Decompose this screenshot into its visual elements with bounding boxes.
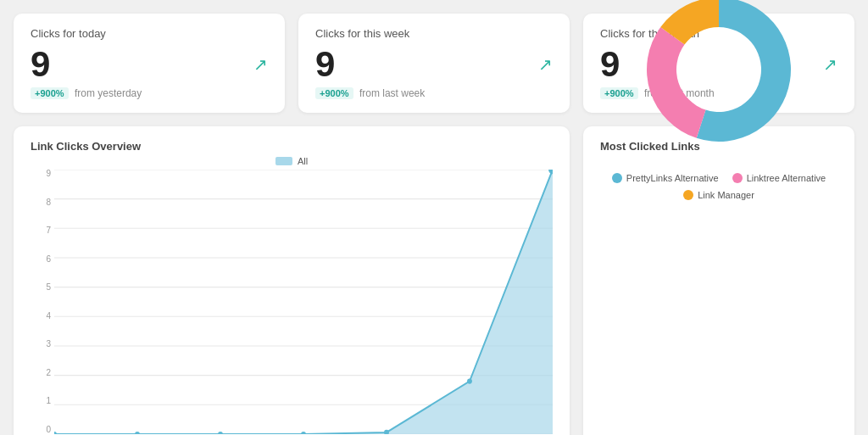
svg-point-12 — [135, 432, 140, 434]
svg-point-16 — [467, 378, 472, 383]
sub-label-week: from last week — [359, 87, 425, 99]
y-axis-label: 9 — [46, 170, 51, 178]
stat-number-month: 9 — [600, 47, 620, 82]
pct-badge-week: +900% — [315, 87, 353, 99]
y-axis-label: 5 — [46, 283, 51, 292]
stat-row-today: 9 ↗ — [31, 47, 268, 82]
svg-point-11 — [54, 432, 57, 434]
legend-dot — [612, 173, 622, 183]
y-axis: 0123456789 — [31, 170, 54, 434]
legend-label-text: Linktree Alternative — [747, 173, 826, 183]
legend-dot — [732, 173, 743, 183]
stat-number-today: 9 — [31, 47, 50, 82]
donut-segment-linktree-alternative — [647, 27, 706, 138]
line-chart-title: Link Clicks Overview — [31, 140, 553, 153]
stat-row-week: 9 ↗ — [315, 47, 553, 82]
donut-legend: PrettyLinks Alternative Linktree Alterna… — [600, 173, 837, 200]
svg-point-17 — [548, 170, 553, 174]
arrow-icon-month: ↗ — [823, 54, 837, 75]
line-chart-card: Link Clicks Overview All 0123456789 Nov … — [14, 126, 570, 435]
legend-label-text: Link Manager — [698, 190, 754, 200]
legend-label-text: PrettyLinks Alternative — [626, 173, 719, 183]
svg-point-13 — [218, 432, 223, 434]
stat-number-week: 9 — [315, 47, 335, 82]
y-axis-label: 4 — [46, 312, 51, 321]
legend-item: Linktree Alternative — [732, 173, 826, 183]
sub-row-week: +900% from last week — [315, 87, 553, 99]
line-chart-wrapper: 0123456789 Nov 5Nov 6Nov 7Nov 8Nov 9Nov … — [31, 170, 553, 435]
y-axis-label: 7 — [46, 226, 51, 235]
donut-chart-svg — [626, 0, 812, 163]
sub-label-today: from yesterday — [75, 87, 142, 99]
arrow-icon-week: ↗ — [538, 54, 553, 75]
y-axis-label: 8 — [46, 198, 51, 207]
legend-box — [275, 157, 292, 165]
legend-label: All — [298, 156, 308, 166]
y-axis-label: 1 — [46, 397, 51, 405]
y-axis-label: 3 — [46, 340, 51, 349]
y-axis-label: 0 — [46, 426, 51, 434]
legend-item: PrettyLinks Alternative — [612, 173, 719, 183]
legend-dot — [683, 190, 693, 200]
legend-item: Link Manager — [683, 190, 754, 200]
arrow-icon-today: ↗ — [253, 54, 268, 75]
stat-card-title-week: Clicks for this week — [315, 27, 553, 40]
y-axis-label: 2 — [46, 369, 51, 377]
bottom-row: Link Clicks Overview All 0123456789 Nov … — [14, 126, 854, 435]
sub-row-today: +900% from yesterday — [31, 87, 268, 99]
y-axis-label: 6 — [46, 255, 51, 264]
stat-card-today: Clicks for today 9 ↗ +900% from yesterda… — [14, 14, 285, 113]
chart-svg-area — [54, 170, 553, 434]
pct-badge-today: +900% — [31, 87, 69, 99]
chart-legend: All — [31, 156, 553, 166]
svg-point-14 — [301, 432, 306, 434]
svg-marker-10 — [54, 170, 553, 434]
stat-card-week: Clicks for this week 9 ↗ +900% from last… — [298, 14, 570, 113]
stat-card-title-today: Clicks for today — [31, 27, 268, 40]
donut-container: PrettyLinks Alternative Linktree Alterna… — [600, 163, 837, 435]
donut-chart-card: Most Clicked Links — [583, 126, 854, 435]
